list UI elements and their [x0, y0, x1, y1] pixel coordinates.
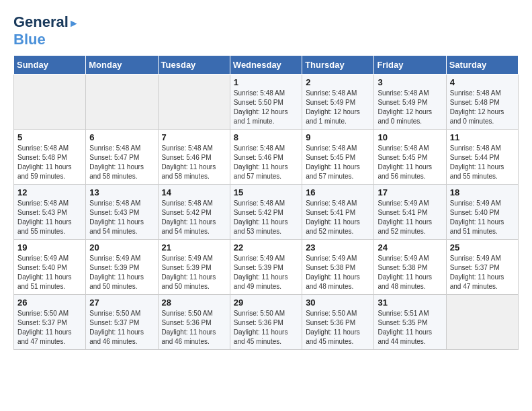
calendar-cell	[158, 75, 230, 130]
day-number: 5	[17, 132, 82, 142]
day-info: Sunrise: 5:49 AM Sunset: 5:40 PM Dayligh…	[17, 254, 82, 291]
day-number: 25	[450, 242, 515, 253]
day-number: 20	[89, 242, 154, 253]
day-info: Sunrise: 5:49 AM Sunset: 5:38 PM Dayligh…	[306, 254, 370, 291]
calendar-cell: 24Sunrise: 5:49 AM Sunset: 5:38 PM Dayli…	[374, 240, 446, 295]
day-number: 11	[450, 132, 515, 142]
day-info: Sunrise: 5:48 AM Sunset: 5:42 PM Dayligh…	[162, 199, 226, 236]
day-number: 28	[162, 298, 226, 308]
day-number: 19	[17, 242, 82, 253]
calendar-cell: 18Sunrise: 5:49 AM Sunset: 5:40 PM Dayli…	[446, 185, 518, 240]
day-number: 2	[306, 77, 370, 87]
day-number: 16	[306, 187, 370, 197]
day-number: 30	[306, 298, 370, 308]
day-info: Sunrise: 5:48 AM Sunset: 5:50 PM Dayligh…	[234, 89, 298, 126]
day-info: Sunrise: 5:48 AM Sunset: 5:46 PM Dayligh…	[234, 144, 298, 181]
calendar-cell: 17Sunrise: 5:49 AM Sunset: 5:41 PM Dayli…	[374, 185, 446, 240]
logo-text: General►	[13, 13, 79, 31]
day-info: Sunrise: 5:48 AM Sunset: 5:48 PM Dayligh…	[17, 144, 82, 181]
day-info: Sunrise: 5:50 AM Sunset: 5:36 PM Dayligh…	[162, 309, 226, 347]
day-number: 9	[306, 132, 370, 142]
day-number: 3	[378, 77, 442, 87]
calendar-cell: 19Sunrise: 5:49 AM Sunset: 5:40 PM Dayli…	[14, 240, 86, 295]
day-info: Sunrise: 5:48 AM Sunset: 5:49 PM Dayligh…	[306, 89, 370, 126]
weekday-header-sunday: Sunday	[14, 56, 86, 75]
calendar-cell: 27Sunrise: 5:50 AM Sunset: 5:37 PM Dayli…	[86, 295, 158, 350]
calendar-cell: 8Sunrise: 5:48 AM Sunset: 5:46 PM Daylig…	[230, 130, 302, 185]
calendar-cell: 22Sunrise: 5:49 AM Sunset: 5:39 PM Dayli…	[230, 240, 302, 295]
calendar-cell: 20Sunrise: 5:49 AM Sunset: 5:39 PM Dayli…	[86, 240, 158, 295]
calendar-cell: 16Sunrise: 5:48 AM Sunset: 5:41 PM Dayli…	[302, 185, 374, 240]
day-info: Sunrise: 5:49 AM Sunset: 5:40 PM Dayligh…	[450, 199, 515, 236]
day-number: 14	[162, 187, 226, 197]
weekday-header-wednesday: Wednesday	[230, 56, 302, 75]
logo-blue: Blue	[13, 31, 46, 48]
day-number: 10	[378, 132, 442, 142]
calendar-cell	[446, 295, 518, 350]
calendar-cell: 7Sunrise: 5:48 AM Sunset: 5:46 PM Daylig…	[158, 130, 230, 185]
calendar-cell: 4Sunrise: 5:48 AM Sunset: 5:48 PM Daylig…	[446, 75, 518, 130]
calendar-cell: 28Sunrise: 5:50 AM Sunset: 5:36 PM Dayli…	[158, 295, 230, 350]
weekday-header-saturday: Saturday	[446, 56, 518, 75]
day-number: 22	[234, 242, 298, 253]
day-info: Sunrise: 5:48 AM Sunset: 5:44 PM Dayligh…	[450, 144, 515, 181]
day-number: 23	[306, 242, 370, 253]
day-info: Sunrise: 5:48 AM Sunset: 5:43 PM Dayligh…	[89, 199, 154, 236]
day-info: Sunrise: 5:48 AM Sunset: 5:45 PM Dayligh…	[306, 144, 370, 181]
day-info: Sunrise: 5:50 AM Sunset: 5:37 PM Dayligh…	[17, 309, 82, 347]
weekday-header-thursday: Thursday	[302, 56, 374, 75]
page-header: General► Blue	[13, 13, 519, 48]
day-number: 1	[234, 77, 298, 87]
day-info: Sunrise: 5:50 AM Sunset: 5:36 PM Dayligh…	[306, 309, 370, 347]
calendar-cell: 13Sunrise: 5:48 AM Sunset: 5:43 PM Dayli…	[86, 185, 158, 240]
day-number: 12	[17, 187, 82, 197]
day-info: Sunrise: 5:49 AM Sunset: 5:39 PM Dayligh…	[89, 254, 154, 291]
calendar-cell: 1Sunrise: 5:48 AM Sunset: 5:50 PM Daylig…	[230, 75, 302, 130]
calendar-cell: 21Sunrise: 5:49 AM Sunset: 5:39 PM Dayli…	[158, 240, 230, 295]
calendar-cell: 15Sunrise: 5:48 AM Sunset: 5:42 PM Dayli…	[230, 185, 302, 240]
day-number: 4	[450, 77, 515, 87]
day-info: Sunrise: 5:50 AM Sunset: 5:36 PM Dayligh…	[234, 309, 298, 347]
day-info: Sunrise: 5:49 AM Sunset: 5:39 PM Dayligh…	[162, 254, 226, 291]
calendar-cell: 9Sunrise: 5:48 AM Sunset: 5:45 PM Daylig…	[302, 130, 374, 185]
calendar-cell: 3Sunrise: 5:48 AM Sunset: 5:49 PM Daylig…	[374, 75, 446, 130]
logo: General► Blue	[13, 13, 79, 48]
day-info: Sunrise: 5:48 AM Sunset: 5:48 PM Dayligh…	[450, 89, 515, 126]
calendar-cell: 25Sunrise: 5:49 AM Sunset: 5:37 PM Dayli…	[446, 240, 518, 295]
day-info: Sunrise: 5:50 AM Sunset: 5:37 PM Dayligh…	[89, 309, 154, 347]
day-info: Sunrise: 5:48 AM Sunset: 5:49 PM Dayligh…	[378, 89, 442, 126]
weekday-header-monday: Monday	[86, 56, 158, 75]
day-number: 8	[234, 132, 298, 142]
day-number: 24	[378, 242, 442, 253]
calendar-cell: 23Sunrise: 5:49 AM Sunset: 5:38 PM Dayli…	[302, 240, 374, 295]
day-number: 17	[378, 187, 442, 197]
calendar-cell: 30Sunrise: 5:50 AM Sunset: 5:36 PM Dayli…	[302, 295, 374, 350]
day-info: Sunrise: 5:49 AM Sunset: 5:38 PM Dayligh…	[378, 254, 442, 291]
calendar-cell: 14Sunrise: 5:48 AM Sunset: 5:42 PM Dayli…	[158, 185, 230, 240]
day-info: Sunrise: 5:49 AM Sunset: 5:39 PM Dayligh…	[234, 254, 298, 291]
calendar-cell: 26Sunrise: 5:50 AM Sunset: 5:37 PM Dayli…	[14, 295, 86, 350]
day-info: Sunrise: 5:48 AM Sunset: 5:41 PM Dayligh…	[306, 199, 370, 236]
day-info: Sunrise: 5:48 AM Sunset: 5:43 PM Dayligh…	[17, 199, 82, 236]
weekday-header-tuesday: Tuesday	[158, 56, 230, 75]
day-info: Sunrise: 5:51 AM Sunset: 5:35 PM Dayligh…	[378, 309, 442, 347]
day-number: 13	[89, 187, 154, 197]
weekday-header-friday: Friday	[374, 56, 446, 75]
calendar-cell: 29Sunrise: 5:50 AM Sunset: 5:36 PM Dayli…	[230, 295, 302, 350]
day-info: Sunrise: 5:49 AM Sunset: 5:41 PM Dayligh…	[378, 199, 442, 236]
calendar-cell: 12Sunrise: 5:48 AM Sunset: 5:43 PM Dayli…	[14, 185, 86, 240]
calendar-cell	[86, 75, 158, 130]
calendar-cell: 2Sunrise: 5:48 AM Sunset: 5:49 PM Daylig…	[302, 75, 374, 130]
day-info: Sunrise: 5:48 AM Sunset: 5:42 PM Dayligh…	[234, 199, 298, 236]
calendar-cell: 11Sunrise: 5:48 AM Sunset: 5:44 PM Dayli…	[446, 130, 518, 185]
day-number: 21	[162, 242, 226, 253]
day-number: 15	[234, 187, 298, 197]
day-info: Sunrise: 5:48 AM Sunset: 5:45 PM Dayligh…	[378, 144, 442, 181]
calendar-cell: 10Sunrise: 5:48 AM Sunset: 5:45 PM Dayli…	[374, 130, 446, 185]
day-number: 26	[17, 298, 82, 308]
day-info: Sunrise: 5:48 AM Sunset: 5:46 PM Dayligh…	[162, 144, 226, 181]
day-number: 27	[89, 298, 154, 308]
day-number: 29	[234, 298, 298, 308]
day-info: Sunrise: 5:49 AM Sunset: 5:37 PM Dayligh…	[450, 254, 515, 291]
day-number: 7	[162, 132, 226, 142]
